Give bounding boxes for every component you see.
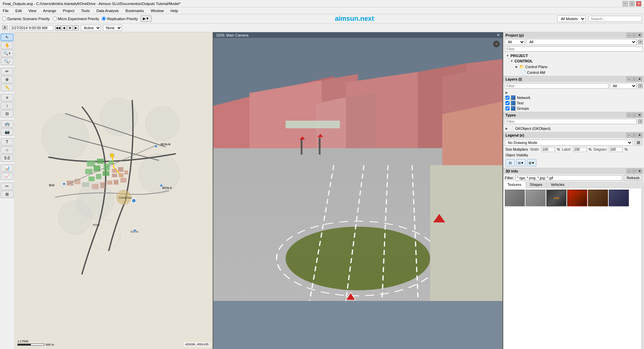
thumbnail-3[interactable]: FILM (546, 190, 567, 206)
drawing-mode-button[interactable]: ⊞ (634, 139, 642, 146)
thumbnail-1[interactable] (505, 190, 525, 206)
layers-pop-button[interactable]: □ (632, 77, 637, 82)
thumbnail-5[interactable] (588, 190, 608, 206)
layers-close-button[interactable]: ✕ (637, 77, 642, 82)
types-close-button[interactable]: ✕ (637, 113, 642, 117)
diagram-input[interactable] (609, 147, 623, 152)
measure-tool[interactable]: 📏 (1, 84, 13, 91)
tree-control-am[interactable]: 📄 Control AM (503, 69, 644, 75)
types-add-button[interactable]: + (638, 119, 643, 124)
none-dropdown[interactable]: None (103, 25, 122, 31)
restore-button[interactable]: □ (629, 1, 635, 6)
text-layer-checkbox[interactable] (505, 101, 509, 105)
dynamic-scenario-radio[interactable]: Dynamic Scenario Priority (2, 16, 50, 21)
camera-tool[interactable]: 📷 (1, 128, 13, 136)
menu-tools[interactable]: Tools (80, 9, 91, 13)
layers-minimize-button[interactable]: − (627, 77, 631, 82)
tree-control-plans[interactable]: ▶ 📁 Control Plans (503, 64, 644, 69)
width-input[interactable] (542, 147, 555, 152)
traffic-tool[interactable]: ↕ (1, 102, 13, 109)
tab-shapes[interactable]: Shapes (526, 182, 547, 188)
legend-minimize-button[interactable]: − (627, 133, 631, 138)
menu-window[interactable]: Window (149, 9, 165, 13)
tree-project[interactable]: ▼ PROJECT (503, 53, 644, 58)
select-tool[interactable]: ↖ (1, 34, 13, 41)
graph-tool[interactable]: 📊 (1, 164, 13, 172)
menu-project[interactable]: Project (62, 9, 76, 13)
project-secondary-dropdown[interactable]: All (526, 39, 637, 45)
project-close-button[interactable]: ✕ (637, 33, 642, 38)
tree-control[interactable]: ▼ CONTROL (503, 58, 644, 64)
transit-tool[interactable]: 🚌 (1, 120, 13, 128)
project-all-dropdown[interactable]: All (505, 39, 525, 45)
legend-close-button[interactable]: ✕ (637, 133, 642, 138)
zoom-out-tool[interactable]: 🔍- (1, 58, 13, 65)
thumbnail-2[interactable] (526, 190, 546, 206)
scale-tool[interactable]: 5.0 (1, 154, 13, 162)
layers-all-dropdown[interactable]: All (610, 83, 637, 89)
3d-pop-button[interactable]: □ (632, 169, 637, 173)
layers-filter-input[interactable] (505, 83, 608, 89)
drawing-mode-dropdown[interactable]: No Drawing Mode (505, 140, 633, 146)
project-minimize-button[interactable]: − (627, 33, 631, 38)
vis-btn-1[interactable]: ⊟ (505, 159, 515, 166)
types-minimize-button[interactable]: − (627, 113, 631, 117)
3d-filter-input[interactable] (516, 175, 623, 181)
zoom-in-tool[interactable]: 🔍+ (1, 50, 13, 57)
tab-textures[interactable]: Textures (503, 182, 526, 188)
layers-arrow[interactable]: ▶ (503, 90, 644, 95)
edit-tool[interactable]: ✂ (1, 183, 13, 190)
tab-vehicles[interactable]: Vehicles (547, 182, 569, 188)
legend-pop-button[interactable]: □ (632, 133, 637, 138)
3d-nav-indicator[interactable]: + (493, 41, 500, 47)
types-pop-button[interactable]: □ (632, 113, 637, 117)
thumbnail-4[interactable] (567, 190, 587, 206)
road-tool[interactable]: ≡ (1, 94, 13, 101)
group-tool[interactable]: ⊞ (1, 191, 13, 198)
menu-arrange[interactable]: Arrange (42, 9, 57, 13)
types-filter-input[interactable] (505, 119, 637, 124)
circle-tool[interactable]: ○ (1, 146, 13, 154)
draw-tool[interactable]: ✏ (1, 68, 13, 75)
thumbnail-6[interactable] (609, 190, 629, 206)
groups-layer-checkbox[interactable] (505, 106, 509, 110)
vis-btn-3[interactable]: ⊞▼ (527, 159, 536, 166)
project-add-button[interactable]: + (638, 40, 643, 44)
menu-bookmarks[interactable]: Bookmarks (124, 9, 145, 13)
tree-gkobject[interactable]: ▶ 📄 GKObject (GKObject) (503, 126, 644, 131)
pan-tool[interactable]: ✋ (1, 42, 13, 49)
menu-edit[interactable]: Edit (14, 9, 23, 13)
search-input[interactable] (588, 16, 642, 22)
replication-priority-radio[interactable]: Replication Priority (102, 16, 138, 21)
active-state-dropdown[interactable]: Active (81, 25, 101, 31)
viewport-content[interactable]: + (213, 38, 502, 347)
label-input[interactable] (573, 147, 587, 152)
sim-prev-button[interactable]: ◀◀ (55, 25, 61, 31)
3d-thumbnails[interactable]: FILM (503, 188, 641, 349)
refresh-button[interactable]: Refresh (624, 175, 643, 181)
minimize-button[interactable]: − (623, 1, 628, 6)
vis-btn-2[interactable]: ⊟▼ (516, 159, 526, 166)
menu-help[interactable]: Help (169, 9, 179, 13)
model-dropdown[interactable]: All Models (557, 15, 586, 22)
text-tool[interactable]: T (1, 138, 13, 146)
micro-experiment-radio[interactable]: Micro Experiment Priority (53, 16, 99, 21)
menu-data-analysis[interactable]: Data Analysis (95, 9, 120, 13)
project-filter-input[interactable] (505, 46, 643, 52)
sim-forward-button[interactable]: ▶ (73, 25, 79, 31)
close-window-button[interactable]: ✕ (636, 1, 641, 6)
stats-tool[interactable]: 📈 (1, 172, 13, 180)
play-button[interactable]: ▶▼ (141, 15, 152, 22)
3d-minimize-button[interactable]: − (627, 169, 631, 173)
sim-stop-button[interactable]: ■ (67, 25, 73, 31)
menu-file[interactable]: File (1, 9, 10, 13)
3d-close-button[interactable]: ✕ (637, 169, 642, 173)
3d-scrollbar[interactable] (641, 188, 644, 349)
sim-time-input[interactable] (10, 25, 53, 31)
network-layer-checkbox[interactable] (505, 96, 509, 100)
menu-view[interactable]: View (27, 9, 38, 13)
layers-add-button[interactable]: + (638, 84, 643, 88)
viewport-close-button[interactable]: ✕ (497, 33, 500, 37)
map-canvas[interactable]: Campnou BCN-N BCN-S B23 Hosp Sants (15, 32, 213, 349)
layer-tool[interactable]: ⊟ (1, 110, 13, 117)
